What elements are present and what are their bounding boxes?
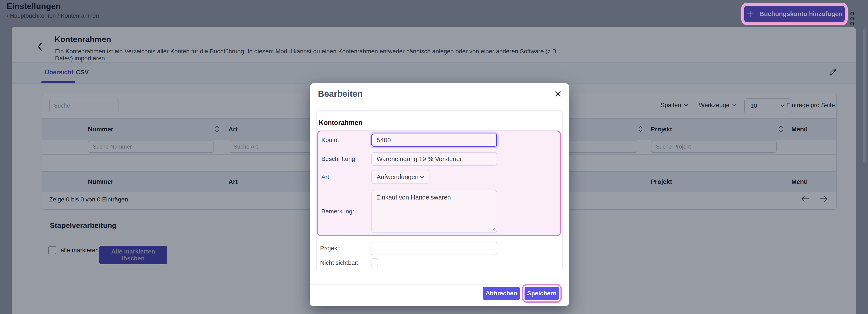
chevron-down-icon	[420, 175, 425, 179]
projekt-input[interactable]	[371, 241, 497, 255]
add-account-label: Buchungskonto hinzufügen	[760, 10, 842, 18]
beschriftung-input[interactable]	[371, 152, 497, 166]
bemerkung-label: Bemerkung:	[321, 190, 354, 233]
nicht-sichtbar-label: Nicht sichtbar:	[320, 259, 359, 267]
modal-footer-divider	[310, 284, 569, 285]
cancel-button[interactable]: Abbrechen	[483, 287, 520, 300]
edit-modal: Bearbeiten ✕ Kontorahmen Konto: Beschrif…	[310, 83, 569, 306]
modal-title: Bearbeiten	[318, 89, 363, 99]
art-select[interactable]: Aufwendungen	[371, 170, 430, 184]
plus-icon	[746, 10, 754, 18]
art-select-value: Aufwendungen	[377, 173, 418, 181]
close-icon[interactable]: ✕	[554, 89, 562, 99]
bemerkung-textarea[interactable]	[371, 190, 497, 233]
beschriftung-label: Beschriftung:	[321, 152, 357, 166]
highlighted-fieldset: Konto: Beschriftung: Art: Aufwendungen B…	[317, 131, 561, 236]
nicht-sichtbar-checkbox[interactable]	[371, 258, 378, 266]
add-account-button[interactable]: Buchungskonto hinzufügen	[744, 6, 845, 22]
form-section-heading: Kontorahmen	[319, 119, 363, 126]
modal-form-panel: Kontorahmen Konto: Beschriftung: Art: Au…	[316, 110, 563, 273]
projekt-label: Projekt:	[320, 241, 341, 255]
konto-input[interactable]	[371, 134, 497, 147]
page: Einstellungen / Hauptbuchkonten / Konten…	[0, 0, 868, 314]
resize-handle-icon[interactable]	[491, 226, 496, 231]
art-label: Art:	[321, 170, 331, 184]
save-button[interactable]: Speichern	[525, 287, 559, 300]
konto-label: Konto:	[321, 134, 339, 147]
